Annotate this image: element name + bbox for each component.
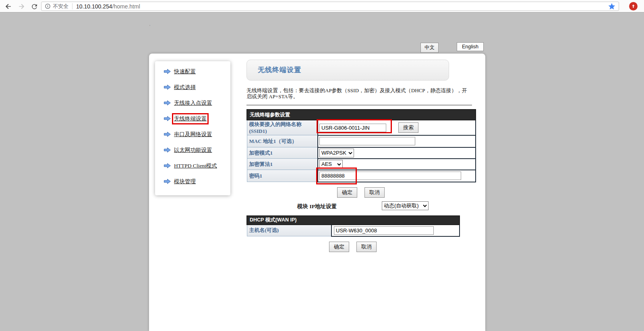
forward-icon[interactable]	[16, 1, 27, 12]
url-path: /home.html	[112, 3, 140, 10]
ssid-value-cell: 搜索	[318, 120, 476, 135]
password-label: 密码1	[247, 170, 318, 182]
sidebar-item-label-highlighted: 无线终端设置	[174, 115, 207, 122]
arrow-right-icon	[164, 69, 171, 74]
ip-setting-label: 模块 IP地址设置	[297, 203, 337, 210]
params-buttons-row: 确定 取消	[246, 187, 475, 198]
browser-toolbar: 不安全 10.10.100.254 /home.html	[0, 0, 644, 12]
sidebar-item-label: HTTPD Client模式	[174, 162, 217, 170]
url-divider	[72, 3, 72, 9]
arrow-right-icon	[164, 179, 171, 184]
table-header-row: 无线终端参数设置	[247, 110, 476, 120]
mac-input[interactable]	[319, 137, 415, 145]
arrow-right-icon	[164, 116, 171, 121]
ssid-input[interactable]	[319, 124, 386, 132]
sidebar-item-httpd-client[interactable]: HTTPD Client模式	[164, 158, 230, 174]
hostname-value-cell	[331, 225, 460, 236]
sidebar: 快速配置 模式选择 无线接入点设置 无线终端设置 串口及网络设置	[155, 61, 230, 195]
info-icon	[45, 3, 51, 9]
security-chip[interactable]: 不安全	[45, 3, 68, 10]
password-row: 密码1	[247, 170, 476, 182]
mac-value-cell	[318, 135, 476, 147]
sidebar-item-label: 无线接入点设置	[174, 99, 212, 107]
cancel-button[interactable]: 取消	[364, 187, 385, 198]
language-chinese-button[interactable]: 中文	[420, 43, 439, 53]
sidebar-item-label: 模块管理	[174, 178, 196, 185]
sidebar-item-ethernet[interactable]: 以太网功能设置	[164, 142, 230, 158]
ip-setting-select[interactable]: 动态(自动获取)	[382, 201, 429, 210]
content-panel: 快速配置 模式选择 无线接入点设置 无线终端设置 串口及网络设置	[149, 54, 485, 331]
ssid-row: 模块要接入的网络名称(SSID1) 搜索	[247, 120, 476, 135]
password-input[interactable]	[319, 172, 461, 180]
main-content: 无线终端设置 无线终端设置，包括：要去连接的AP参数（SSID，加密）及接入模式…	[246, 60, 475, 252]
url-host: 10.10.100.254	[76, 3, 112, 10]
hostname-label: 主机名(可选)	[247, 225, 331, 236]
arrow-right-icon	[164, 132, 171, 137]
dhcp-table-header: DHCP 模式(WAN IP)	[247, 216, 460, 225]
extension-icon[interactable]	[629, 2, 638, 10]
back-icon[interactable]	[3, 1, 14, 12]
sidebar-item-wireless-ap[interactable]: 无线接入点设置	[164, 95, 230, 111]
encryption-algorithm-select[interactable]: AES	[319, 160, 343, 169]
dhcp-ok-button[interactable]: 确定	[329, 242, 349, 252]
arrow-right-icon	[164, 147, 171, 153]
arrow-right-icon	[164, 100, 171, 106]
ok-button[interactable]: 确定	[337, 187, 357, 198]
ip-setting-row: 模块 IP地址设置 动态(自动获取)	[246, 201, 475, 212]
dhcp-header-row: DHCP 模式(WAN IP)	[247, 216, 460, 225]
page-title-box: 无线终端设置	[246, 60, 449, 81]
encryption-mode-cell: WPA2PSK	[318, 147, 476, 159]
screen: 不安全 10.10.100.254 /home.html ' 中文 Englis…	[0, 0, 644, 331]
page-title: 无线终端设置	[247, 60, 449, 80]
sidebar-item-module-management[interactable]: 模块管理	[164, 174, 230, 189]
search-button[interactable]: 搜索	[398, 122, 418, 133]
bookmark-star-icon[interactable]	[608, 2, 616, 10]
sidebar-item-label: 模式选择	[174, 84, 196, 91]
encryption-mode-label: 加密模式1	[247, 147, 318, 159]
page-description: 无线终端设置，包括：要去连接的AP参数（SSID，加密）及接入模式（DHCP，静…	[246, 87, 472, 106]
encryption-mode-select[interactable]: WPA2PSK	[319, 149, 354, 157]
arrow-right-icon	[164, 163, 171, 168]
page-background: ' 中文 English 快速配置 模式选择 无线接入点设置	[0, 12, 644, 331]
stray-mark: '	[149, 24, 150, 29]
reload-icon[interactable]	[29, 1, 39, 12]
sidebar-item-quick-config[interactable]: 快速配置	[164, 64, 230, 79]
hostname-row: 主机名(可选)	[247, 225, 460, 236]
encryption-mode-row: 加密模式1 WPA2PSK	[247, 147, 476, 159]
dhcp-table: DHCP 模式(WAN IP) 主机名(可选)	[246, 215, 460, 237]
sidebar-item-label: 以太网功能设置	[174, 147, 212, 154]
password-value-cell	[318, 170, 476, 182]
dhcp-buttons-row: 确定 取消	[246, 242, 459, 252]
language-english-button[interactable]: English	[457, 42, 484, 51]
mac-row: MAC 地址1（可选）	[247, 135, 476, 147]
dhcp-cancel-button[interactable]: 取消	[356, 242, 377, 252]
wireless-terminal-params-table: 无线终端参数设置 模块要接入的网络名称(SSID1) 搜索 MAC 地址1（可选…	[246, 109, 476, 182]
ssid-label: 模块要接入的网络名称(SSID1)	[247, 120, 318, 135]
params-table-header: 无线终端参数设置	[247, 110, 476, 120]
encryption-algorithm-cell: AES	[318, 159, 476, 170]
sidebar-item-label: 串口及网络设置	[174, 131, 212, 138]
sidebar-item-label: 快速配置	[174, 68, 196, 75]
sidebar-item-wireless-terminal[interactable]: 无线终端设置	[164, 111, 230, 126]
address-bar[interactable]: 不安全 10.10.100.254 /home.html	[41, 2, 619, 11]
mac-label: MAC 地址1（可选）	[247, 135, 318, 147]
sidebar-item-mode-select[interactable]: 模式选择	[164, 79, 230, 95]
arrow-right-icon	[164, 85, 171, 90]
sidebar-item-serial-network[interactable]: 串口及网络设置	[164, 126, 230, 142]
hostname-input[interactable]	[334, 226, 434, 235]
security-label: 不安全	[53, 3, 68, 10]
encryption-algorithm-label: 加密算法1	[247, 159, 318, 170]
encryption-algorithm-row: 加密算法1 AES	[247, 159, 476, 170]
